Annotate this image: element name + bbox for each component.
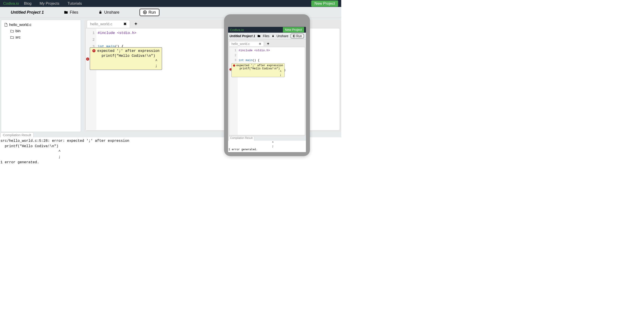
- file-tree-root[interactable]: hello_world.c: [4, 22, 78, 28]
- mobile-run-label: Run: [296, 34, 302, 38]
- folder-src[interactable]: src: [4, 34, 78, 40]
- mobile-tabs: hello_world.c ✖ +: [229, 40, 305, 47]
- tab-hello-world[interactable]: hello_world.c ✖: [87, 20, 130, 28]
- run-button[interactable]: Run: [140, 9, 160, 16]
- mobile-comp-tab[interactable]: Compilation Result: [228, 136, 254, 141]
- mobile-error-tooltip: expected ';' after expression printf("He…: [232, 63, 285, 77]
- mobile-toolbar: Untitled Project 1 Files Unshare Run: [228, 33, 306, 39]
- logo[interactable]: Codiva.io: [3, 1, 19, 6]
- error-tooltip-text: expected ';' after expression printf("He…: [97, 48, 160, 69]
- lock-icon: [272, 35, 274, 37]
- mobile-tab-label: hello_world.c: [232, 42, 250, 46]
- play-icon: [143, 10, 147, 14]
- folder-icon: [258, 34, 260, 38]
- code-area[interactable]: #include <stdio.h> int main() { printf("…: [96, 28, 156, 130]
- files-button[interactable]: Files: [64, 10, 78, 15]
- files-label: Files: [70, 10, 78, 15]
- run-label: Run: [148, 10, 156, 15]
- mobile-files-button[interactable]: Files: [263, 34, 270, 38]
- mobile-logo[interactable]: Codiva.io: [230, 28, 244, 32]
- nav-blog[interactable]: Blog: [24, 1, 32, 6]
- mobile-new-project-button[interactable]: New Project: [283, 27, 304, 32]
- mobile-run-button[interactable]: Run: [291, 34, 304, 38]
- nav-my-projects[interactable]: My Projects: [40, 1, 60, 6]
- error-tooltip: ✕ expected ';' after expression printf("…: [90, 47, 162, 70]
- file-tree: hello_world.c bin src: [1, 20, 81, 132]
- add-tab-button[interactable]: +: [130, 20, 142, 28]
- folder-icon: [64, 10, 68, 14]
- file-icon: [4, 23, 8, 27]
- folder-bin[interactable]: bin: [4, 28, 78, 34]
- compilation-tab[interactable]: Compilation Result: [0, 132, 34, 137]
- close-tab-icon[interactable]: ✖: [124, 22, 126, 26]
- tab-label: hello_world.c: [90, 22, 112, 26]
- mobile-top-nav: Codiva.io New Project: [228, 27, 306, 33]
- error-icon: ✕: [92, 49, 96, 52]
- line-gutter: 12345✕: [86, 28, 96, 130]
- mobile-code[interactable]: #include <stdio.h> int main() { printf("…: [238, 47, 286, 135]
- folder-icon: [10, 29, 14, 33]
- unshare-label: Unshare: [104, 10, 120, 15]
- unshare-button[interactable]: Unshare: [98, 10, 120, 15]
- mobile-close-tab-icon[interactable]: ✖: [259, 42, 262, 46]
- lock-icon: [98, 10, 102, 14]
- mobile-tab[interactable]: hello_world.c ✖: [229, 41, 264, 46]
- mobile-preview: Codiva.io New Project Untitled Project 1…: [224, 14, 310, 156]
- top-nav: Codiva.io Blog My Projects Tutorials New…: [0, 0, 341, 7]
- mobile-error-text: expected ';' after expression printf("He…: [236, 64, 283, 76]
- mobile-screen: Codiva.io New Project Untitled Project 1…: [228, 27, 306, 152]
- mobile-add-tab-button[interactable]: +: [264, 41, 272, 47]
- folder-icon: [10, 35, 14, 39]
- mobile-editor[interactable]: 12345✕ #include <stdio.h> int main() { p…: [229, 47, 305, 135]
- folder-bin-label: bin: [16, 29, 20, 33]
- mobile-project-title[interactable]: Untitled Project 1: [230, 34, 255, 38]
- mobile-main: hello_world.c ✖ + 12345✕ #include <stdio…: [228, 39, 306, 136]
- mobile-comp-tabbar: Compilation Result: [228, 136, 306, 141]
- project-title[interactable]: Untitled Project 1: [11, 10, 44, 15]
- new-project-button[interactable]: New Project: [311, 0, 338, 7]
- mobile-unshare-button[interactable]: Unshare: [276, 34, 288, 38]
- play-icon: [293, 35, 296, 37]
- file-tree-root-label: hello_world.c: [9, 22, 31, 27]
- mobile-comp-output: ^ ; 1 error generated.: [228, 141, 306, 152]
- nav-tutorials[interactable]: Tutorials: [68, 1, 82, 6]
- error-icon: [233, 64, 235, 67]
- mobile-gutter: 12345✕: [229, 47, 238, 135]
- folder-src-label: src: [16, 35, 20, 40]
